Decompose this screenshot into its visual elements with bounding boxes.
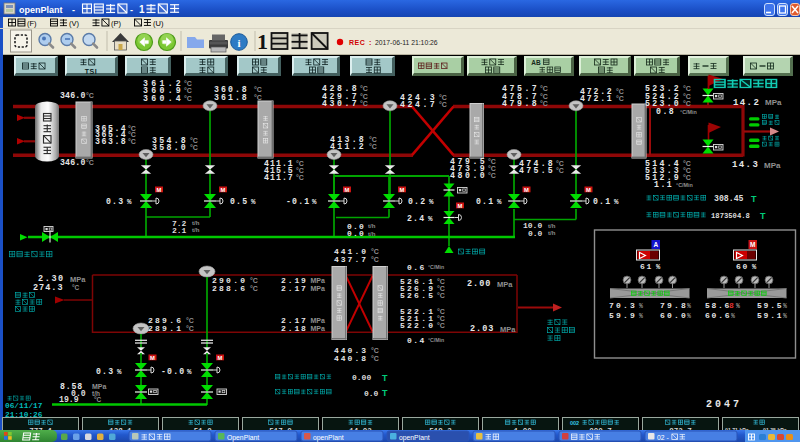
svg-text:0.0: 0.0	[364, 389, 379, 398]
svg-text:0.00: 0.00	[352, 373, 371, 382]
svg-text:°C: °C	[254, 94, 262, 101]
svg-text:%: %	[429, 198, 434, 206]
svg-text:MPa: MPa	[764, 161, 781, 170]
svg-text:2.4: 2.4	[407, 214, 425, 223]
svg-text:70.3: 70.3	[609, 301, 637, 310]
svg-text:%: %	[736, 303, 740, 310]
svg-text:i: i	[237, 37, 240, 49]
svg-text:OpenPlant: OpenPlant	[227, 434, 259, 442]
svg-text:°C: °C	[369, 136, 377, 143]
svg-text::: :	[369, 39, 371, 46]
svg-text:308.45: 308.45	[714, 194, 744, 203]
svg-text:°C: °C	[254, 86, 262, 93]
svg-text:0.0: 0.0	[528, 229, 543, 238]
svg-text:AB: AB	[531, 59, 541, 66]
svg-text:%: %	[428, 215, 433, 223]
svg-text:°C: °C	[683, 167, 691, 174]
svg-text:2.17: 2.17	[281, 284, 308, 293]
svg-text:%: %	[251, 198, 256, 206]
svg-text:°C: °C	[616, 95, 624, 102]
svg-text:424.7: 424.7	[400, 100, 437, 109]
svg-text:MPa: MPa	[311, 317, 326, 324]
svg-text:522.0: 522.0	[400, 321, 435, 330]
svg-text:475.5: 475.5	[519, 166, 555, 175]
svg-text:M: M	[750, 241, 755, 248]
svg-text:346.0: 346.0	[60, 158, 86, 167]
svg-text:1: 1	[257, 29, 268, 54]
svg-text:MPa: MPa	[311, 285, 326, 292]
svg-text:59.9: 59.9	[609, 311, 637, 320]
svg-text:°C: °C	[128, 138, 136, 145]
svg-text:TSI: TSI	[85, 68, 97, 75]
svg-text:58.6: 58.6	[705, 301, 731, 310]
svg-text:%: %	[687, 313, 691, 320]
svg-text:MPa: MPa	[311, 325, 326, 332]
svg-text:60.6: 60.6	[705, 311, 731, 320]
svg-text:21:10:26: 21:10:26	[5, 411, 43, 419]
svg-text:°C: °C	[488, 172, 496, 179]
svg-text:0.2: 0.2	[408, 197, 426, 206]
svg-text:M: M	[400, 187, 405, 193]
svg-text:M: M	[218, 355, 223, 361]
svg-text:411.7: 411.7	[264, 173, 294, 182]
svg-text:°C: °C	[371, 248, 379, 255]
svg-text:t/h: t/h	[368, 223, 376, 229]
svg-text:1.1: 1.1	[654, 180, 673, 189]
svg-text:°C: °C	[371, 256, 379, 263]
svg-text:°C: °C	[86, 92, 94, 99]
svg-text:°C: °C	[360, 93, 368, 100]
svg-text:°C: °C	[683, 100, 691, 107]
svg-text:59.5: 59.5	[757, 301, 783, 310]
svg-text:0.1: 0.1	[476, 197, 494, 206]
svg-text:M: M	[586, 187, 591, 193]
svg-text:°C: °C	[369, 143, 377, 150]
svg-text:%: %	[127, 198, 132, 206]
svg-text:°C: °C	[540, 100, 548, 107]
svg-text:°C: °C	[556, 160, 564, 167]
svg-text:°C: °C	[371, 347, 379, 354]
svg-text:°C/Min: °C/Min	[680, 109, 697, 115]
svg-text:°C: °C	[540, 85, 548, 92]
svg-text:-: -	[72, 5, 75, 15]
svg-text:2017-06-11 21:10:26: 2017-06-11 21:10:26	[375, 39, 438, 46]
svg-text:61: 61	[640, 262, 653, 271]
svg-text:59.1: 59.1	[757, 311, 783, 320]
svg-text:79.8: 79.8	[660, 301, 688, 310]
svg-text:479.8: 479.8	[502, 99, 539, 108]
svg-text:°C: °C	[616, 88, 624, 95]
svg-text:440.8: 440.8	[334, 354, 368, 363]
svg-text:°C: °C	[186, 325, 194, 332]
svg-text:%: %	[687, 303, 691, 310]
svg-text:°C: °C	[186, 317, 194, 324]
svg-text:°C/Min: °C/Min	[428, 337, 444, 343]
svg-text:°C: °C	[683, 85, 691, 92]
svg-text:t/h: t/h	[192, 220, 200, 226]
svg-text:-: -	[130, 5, 133, 15]
svg-text:°C: °C	[360, 100, 368, 107]
svg-text:t/h: t/h	[548, 230, 556, 236]
svg-text:°C: °C	[683, 93, 691, 100]
svg-text:MPa: MPa	[497, 280, 513, 289]
svg-text:60.0: 60.0	[660, 311, 688, 320]
svg-text:°C: °C	[250, 277, 258, 284]
svg-text:60: 60	[736, 262, 749, 271]
svg-text:t/h: t/h	[368, 231, 376, 237]
svg-text:2.18: 2.18	[281, 324, 308, 333]
svg-text:openPlant: openPlant	[399, 434, 430, 442]
svg-text:437.7: 437.7	[334, 255, 368, 264]
svg-text:°C: °C	[437, 315, 445, 322]
svg-text:0.4: 0.4	[407, 336, 426, 345]
svg-text:openPlant: openPlant	[19, 5, 63, 15]
svg-text:(P): (P)	[111, 19, 122, 28]
svg-text:%: %	[639, 313, 643, 320]
svg-text:346.0: 346.0	[60, 91, 86, 100]
svg-text:°C: °C	[296, 174, 304, 181]
svg-text:2.00: 2.00	[467, 279, 491, 289]
svg-text:MPa: MPa	[500, 325, 516, 334]
svg-text:°C: °C	[437, 285, 445, 292]
svg-text:2.1: 2.1	[172, 226, 187, 235]
svg-text:274.3: 274.3	[33, 283, 64, 293]
svg-text:°C: °C	[360, 85, 368, 92]
svg-text:°C: °C	[184, 80, 192, 87]
svg-text:T: T	[751, 194, 757, 204]
